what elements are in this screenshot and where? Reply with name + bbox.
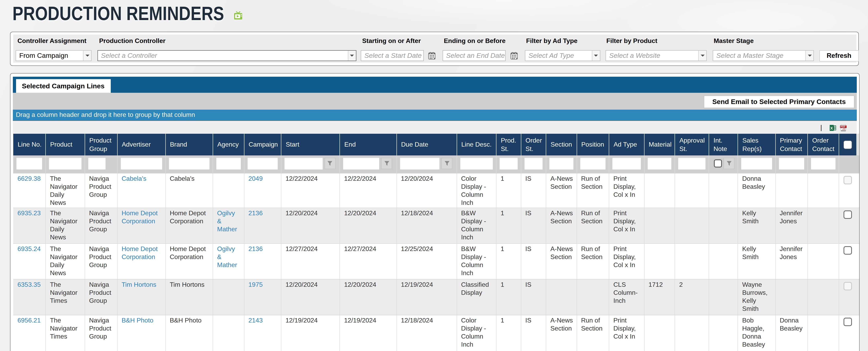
svg-text:X: X: [830, 126, 833, 130]
svg-text:PDF: PDF: [840, 125, 845, 128]
